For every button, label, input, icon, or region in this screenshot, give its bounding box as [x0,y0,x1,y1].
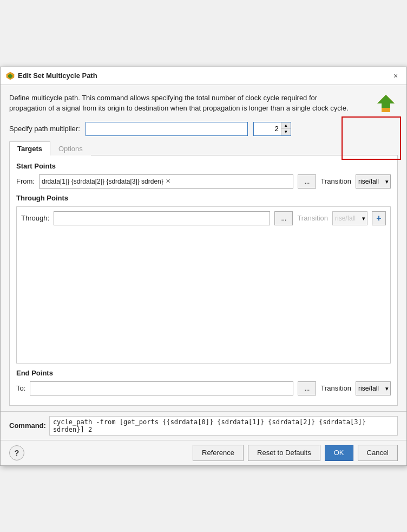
command-text: cycle_path -from [get_ports {{sdrdata[0]… [49,416,398,436]
command-label: Command: [9,421,46,430]
tabs-header: Targets Options [9,141,398,155]
dialog-title: Edit Set Multicycle Path [18,72,97,80]
close-button[interactable]: × [390,70,401,81]
through-transition-select-wrapper: rise/fall rise fall [332,211,367,225]
from-transition-select-wrapper: rise/fall rise fall [356,174,391,189]
through-points-section: Through Points Through: ... Transition r… [16,194,391,364]
ok-button[interactable]: OK [325,445,353,461]
footer-area: ? Reference Reset to Defaults OK Cancel [1,440,406,465]
spinbox-container: ▲ ▼ [253,122,291,136]
help-button[interactable]: ? [9,445,24,460]
command-area: Command: cycle_path -from [get_ports {{s… [1,411,406,440]
end-points-row: To: ... Transition rise/fall rise fall [16,381,391,395]
tabs-area: Targets Options Start Points From: drdat… [9,141,398,406]
cancel-button[interactable]: Cancel [358,445,398,461]
through-input[interactable] [54,211,270,225]
spin-down-button[interactable]: ▼ [281,129,291,135]
from-browse-button[interactable]: ... [298,174,316,189]
path-multiplier-row: Specify path multiplier: ▲ ▼ [9,122,398,136]
from-clear-button[interactable]: ✕ [165,178,172,185]
title-bar: Edit Set Multicycle Path × [1,67,406,85]
dialog-window: Edit Set Multicycle Path × Define multic… [0,67,407,466]
svg-marker-4 [377,95,395,108]
reference-button[interactable]: Reference [193,445,244,461]
spinbox-value[interactable] [254,122,281,135]
to-transition-label: Transition [320,384,351,392]
tab-targets[interactable]: Targets [9,141,50,155]
description-text: Define multicycle path. This command all… [9,93,356,114]
end-points-title: End Points [16,369,391,377]
from-transition-label: Transition [320,177,351,185]
through-points-title: Through Points [16,194,391,202]
tab-options[interactable]: Options [50,141,91,155]
reset-to-defaults-button[interactable]: Reset to Defaults [248,445,320,461]
spinbox-buttons: ▲ ▼ [281,122,291,135]
path-multiplier-text-input[interactable] [86,122,248,136]
app-icon [6,72,15,80]
through-inner-box: Through: ... Transition rise/fall rise f… [16,206,391,364]
to-input[interactable] [30,381,293,395]
from-transition-select[interactable]: rise/fall rise fall [356,174,391,189]
from-tag-text: drdata[1]} {sdrdata[2]} {sdrdata[3]} sdr… [42,178,163,185]
through-browse-button[interactable]: ... [274,211,293,225]
dialog-body: Define multicycle path. This command all… [1,85,406,411]
through-add-button[interactable]: + [372,211,386,225]
to-browse-button[interactable]: ... [298,381,316,395]
start-points-row: From: drdata[1]} {sdrdata[2]} {sdrdata[3… [16,174,391,189]
from-label: From: [16,177,35,185]
through-empty-area [21,229,386,359]
through-transition-select[interactable]: rise/fall rise fall [332,211,367,225]
tab-content-targets: Start Points From: drdata[1]} {sdrdata[2… [9,155,398,406]
to-transition-select[interactable]: rise/fall rise fall [356,381,391,395]
start-points-title: Start Points [16,162,391,170]
to-label: To: [16,384,25,392]
end-points-section: End Points To: ... Transition rise/fall … [16,369,391,395]
start-points-section: Start Points From: drdata[1]} {sdrdata[2… [16,162,391,189]
description-area: Define multicycle path. This command all… [9,93,398,116]
from-tag-display[interactable]: drdata[1]} {sdrdata[2]} {sdrdata[3]} sdr… [39,174,293,189]
title-bar-left: Edit Set Multicycle Path [6,72,97,80]
through-transition-label: Transition [297,214,328,222]
quartus-logo [374,93,398,116]
through-row: Through: ... Transition rise/fall rise f… [21,211,386,225]
through-label: Through: [21,214,49,222]
path-multiplier-label: Specify path multiplier: [9,125,80,133]
to-transition-select-wrapper: rise/fall rise fall [356,381,391,395]
spin-up-button[interactable]: ▲ [281,122,291,129]
